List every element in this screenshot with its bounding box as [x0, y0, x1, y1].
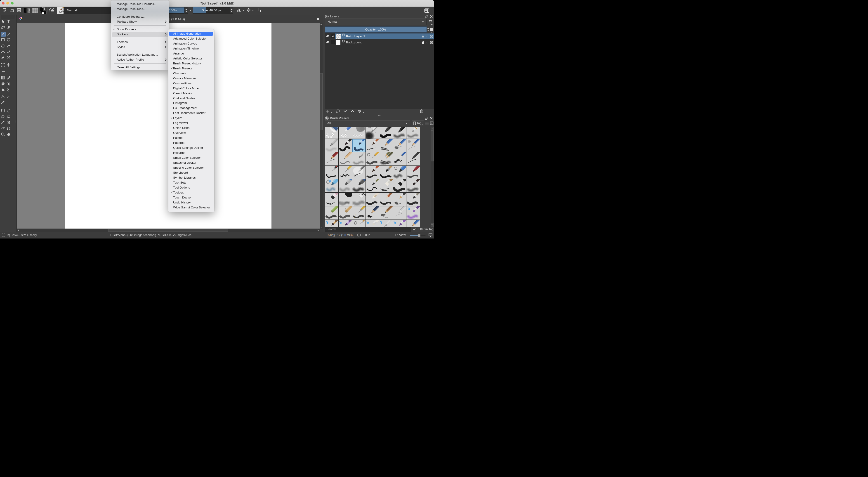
svg-text:α: α	[427, 35, 428, 38]
svg-text:stro: stro	[385, 216, 388, 218]
svg-text:α: α	[427, 41, 428, 44]
svg-text:T: T	[7, 20, 10, 24]
